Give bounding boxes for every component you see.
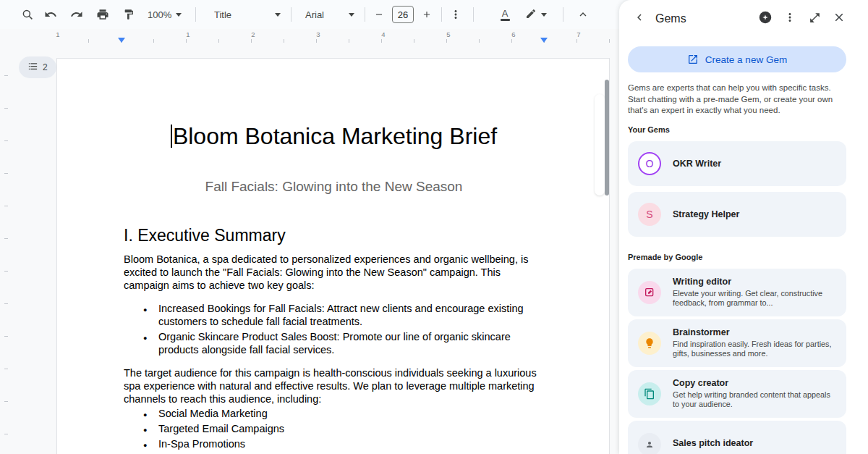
- ruler-number: 3: [315, 30, 322, 38]
- gem-item-writing-editor[interactable]: Writing editor Elevate your writing. Get…: [628, 269, 846, 316]
- gems-sidebar: Gems Create a new Gem Gems are experts t…: [619, 0, 868, 454]
- close-icon: [833, 11, 846, 27]
- right-indent-marker[interactable]: [540, 38, 548, 43]
- document-title[interactable]: Bloom Botanica Marketing Brief: [124, 121, 544, 151]
- scrollbar-thumb[interactable]: [605, 80, 609, 196]
- chevron-left-icon: [633, 11, 646, 27]
- create-gem-label: Create a new Gem: [705, 54, 787, 65]
- paragraph[interactable]: Bloom Botanica, a spa dedicated to perso…: [124, 253, 544, 292]
- gem-description: Get help writing branded content that ap…: [673, 390, 836, 410]
- ruler-ticks: [56, 39, 611, 43]
- document-page[interactable]: Bloom Botanica Marketing Brief Fall Faci…: [56, 58, 610, 454]
- section-heading[interactable]: I. Executive Summary: [124, 224, 544, 246]
- ruler-number: 5: [445, 30, 452, 38]
- back-button[interactable]: [629, 9, 650, 29]
- sidebar-content: Create a new Gem Gems are experts that c…: [619, 46, 868, 454]
- bullet-list: Increased Bookings for Fall Facials: Att…: [124, 302, 544, 356]
- redo-icon: [70, 8, 83, 21]
- panel-title: Gems: [655, 12, 686, 25]
- document-canvas: 1 1 2 3 4 5 6 7 2 Bloom Botanica Marketi…: [0, 29, 619, 454]
- outline-icon: [27, 61, 38, 75]
- kebab-icon: [449, 8, 462, 21]
- bullet-item[interactable]: In-Spa Promotions: [158, 437, 544, 450]
- gems-logo-icon: [757, 9, 773, 28]
- search-button[interactable]: [17, 4, 38, 25]
- gem-name: Strategy Helper: [673, 209, 739, 219]
- bullet-list: Social Media Marketing Targeted Email Ca…: [124, 407, 544, 450]
- panel-menu-button[interactable]: [780, 9, 800, 29]
- copy-icon: [638, 382, 661, 405]
- toolbar-divider: [291, 7, 292, 22]
- paint-format-icon: [123, 9, 135, 20]
- sidebar-header: Gems: [619, 0, 868, 38]
- gem-name: Sales pitch ideator: [673, 438, 753, 448]
- font-dropdown[interactable]: Arial: [297, 4, 359, 25]
- gem-item-brainstormer[interactable]: Brainstormer Find inspiration easily. Fr…: [628, 319, 846, 367]
- open-in-full-icon: [809, 12, 821, 27]
- paragraph-style-dropdown[interactable]: Title: [204, 4, 285, 25]
- tab-count: 2: [43, 62, 48, 72]
- chevron-up-icon: [576, 8, 590, 21]
- gem-item-copy-creator[interactable]: Copy creator Get help writing branded co…: [628, 370, 846, 418]
- gem-item-sales-pitch-ideator[interactable]: Sales pitch ideator: [628, 421, 846, 454]
- highlight-color-dropdown[interactable]: [521, 4, 551, 25]
- print-icon: [96, 8, 109, 21]
- paint-format-button[interactable]: [119, 4, 139, 25]
- left-indent-marker[interactable]: [118, 38, 125, 43]
- minus-icon: [374, 9, 384, 20]
- bullet-item[interactable]: Increased Bookings for Fall Facials: Att…: [158, 302, 544, 328]
- pen-icon: [525, 8, 537, 22]
- horizontal-ruler[interactable]: 1 1 2 3 4 5 6 7: [0, 29, 619, 43]
- zoom-dropdown[interactable]: 100%: [143, 4, 186, 25]
- gem-item-strategy-helper[interactable]: S Strategy Helper: [628, 192, 846, 237]
- gem-name: OKR Writer: [673, 159, 721, 169]
- scrollbar-track[interactable]: [595, 94, 605, 196]
- redo-button[interactable]: [67, 4, 87, 25]
- gems-description: Gems are experts that can help you with …: [628, 83, 846, 117]
- font-value: Arial: [301, 9, 324, 20]
- increase-font-size-button[interactable]: [417, 4, 437, 25]
- text-color-icon: A: [501, 9, 510, 21]
- search-icon: [21, 8, 34, 21]
- ruler-number: 7: [575, 30, 582, 38]
- chevron-down-icon: [541, 13, 547, 17]
- plus-icon: [422, 9, 432, 20]
- bullet-item[interactable]: Organic Skincare Product Sales Boost: Pr…: [158, 330, 544, 356]
- style-value: Title: [208, 9, 231, 20]
- gem-item-okr-writer[interactable]: O OKR Writer: [628, 141, 846, 186]
- create-gem-button[interactable]: Create a new Gem: [628, 46, 846, 72]
- more-options-button[interactable]: [446, 4, 466, 25]
- document-subtitle[interactable]: Fall Facials: Glowing into the New Seaso…: [124, 177, 544, 196]
- decrease-font-size-button[interactable]: [369, 4, 389, 25]
- gem-avatar: S: [638, 203, 661, 226]
- ruler-number: 4: [380, 30, 387, 38]
- your-gems-label: Your Gems: [628, 125, 846, 134]
- toolbar-divider: [563, 7, 563, 22]
- hide-menus-button[interactable]: [573, 4, 593, 25]
- open-in-new-icon: [687, 54, 699, 65]
- outline-button[interactable]: 2: [19, 56, 56, 78]
- chevron-down-icon: [275, 13, 281, 17]
- undo-button[interactable]: [41, 4, 61, 25]
- print-button[interactable]: [93, 4, 113, 25]
- person-icon: [638, 433, 661, 454]
- expand-panel-button[interactable]: [804, 9, 825, 29]
- gem-name: Copy creator: [673, 378, 836, 388]
- font-size-input[interactable]: 26: [392, 6, 414, 23]
- ruler-number: 1: [54, 30, 61, 38]
- text-cursor: [171, 125, 172, 148]
- gems-logo-button[interactable]: [755, 9, 775, 29]
- text-color-button[interactable]: A: [495, 4, 515, 25]
- paragraph[interactable]: The target audience for this campaign is…: [124, 366, 544, 405]
- toolbar-divider: [473, 7, 474, 22]
- ruler-number: 2: [250, 30, 257, 38]
- gem-name: Brainstormer: [673, 327, 836, 337]
- bullet-item[interactable]: Targeted Email Campaigns: [158, 422, 544, 435]
- chevron-down-icon: [176, 13, 182, 17]
- zoom-value: 100%: [148, 9, 171, 20]
- toolbar-divider: [195, 7, 196, 22]
- close-panel-button[interactable]: [829, 9, 849, 29]
- gem-description: Find inspiration easily. Fresh ideas for…: [673, 340, 836, 359]
- vertical-ruler: [4, 43, 8, 454]
- bullet-item[interactable]: Social Media Marketing: [158, 407, 544, 420]
